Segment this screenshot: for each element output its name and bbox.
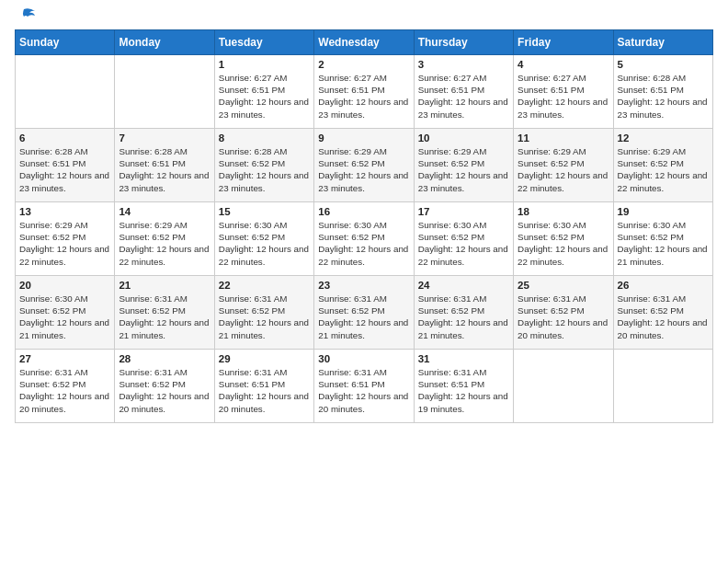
- day-number: 26: [618, 280, 709, 291]
- day-number: 25: [518, 280, 609, 291]
- day-info: Sunrise: 6:30 AMSunset: 6:52 PMDaylight:…: [19, 293, 110, 341]
- calendar-cell: 5Sunrise: 6:28 AMSunset: 6:51 PMDaylight…: [613, 55, 712, 129]
- day-number: 15: [219, 206, 310, 217]
- calendar-cell: 11Sunrise: 6:29 AMSunset: 6:52 PMDayligh…: [514, 129, 613, 202]
- calendar-cell: 23Sunrise: 6:31 AMSunset: 6:52 PMDayligh…: [314, 276, 414, 350]
- calendar-cell: 3Sunrise: 6:27 AMSunset: 6:51 PMDaylight…: [414, 55, 513, 129]
- calendar-cell: 2Sunrise: 6:27 AMSunset: 6:51 PMDaylight…: [314, 55, 414, 129]
- calendar-cell: [16, 55, 115, 129]
- day-info: Sunrise: 6:31 AMSunset: 6:52 PMDaylight:…: [119, 366, 210, 415]
- calendar-week-row: 13Sunrise: 6:29 AMSunset: 6:52 PMDayligh…: [16, 202, 713, 276]
- day-info: Sunrise: 6:31 AMSunset: 6:52 PMDaylight:…: [19, 366, 110, 415]
- day-number: 16: [318, 206, 409, 217]
- calendar-cell: 22Sunrise: 6:31 AMSunset: 6:52 PMDayligh…: [214, 276, 313, 350]
- day-number: 20: [19, 280, 110, 291]
- day-number: 13: [19, 206, 110, 217]
- day-number: 14: [119, 206, 210, 217]
- day-number: 28: [119, 353, 210, 364]
- day-info: Sunrise: 6:30 AMSunset: 6:52 PMDaylight:…: [418, 219, 509, 268]
- day-info: Sunrise: 6:27 AMSunset: 6:51 PMDaylight:…: [518, 72, 609, 121]
- day-number: 24: [418, 280, 509, 291]
- calendar-week-row: 20Sunrise: 6:30 AMSunset: 6:52 PMDayligh…: [16, 276, 713, 350]
- calendar-cell: 29Sunrise: 6:31 AMSunset: 6:51 PMDayligh…: [214, 350, 313, 423]
- day-info: Sunrise: 6:30 AMSunset: 6:52 PMDaylight:…: [518, 219, 609, 268]
- page: SundayMondayTuesdayWednesdayThursdayFrid…: [0, 0, 728, 563]
- logo: [15, 9, 37, 22]
- day-info: Sunrise: 6:28 AMSunset: 6:51 PMDaylight:…: [119, 145, 210, 194]
- day-number: 4: [518, 59, 609, 70]
- day-info: Sunrise: 6:30 AMSunset: 6:52 PMDaylight:…: [618, 219, 709, 268]
- calendar-table: SundayMondayTuesdayWednesdayThursdayFrid…: [15, 29, 713, 423]
- calendar-cell: 24Sunrise: 6:31 AMSunset: 6:52 PMDayligh…: [414, 276, 513, 350]
- day-number: 18: [518, 206, 609, 217]
- weekday-header-wednesday: Wednesday: [314, 30, 414, 55]
- calendar-cell: 13Sunrise: 6:29 AMSunset: 6:52 PMDayligh…: [16, 202, 115, 276]
- weekday-header-sunday: Sunday: [16, 30, 115, 55]
- day-info: Sunrise: 6:31 AMSunset: 6:51 PMDaylight:…: [418, 366, 509, 415]
- calendar-cell: 14Sunrise: 6:29 AMSunset: 6:52 PMDayligh…: [115, 202, 214, 276]
- day-info: Sunrise: 6:29 AMSunset: 6:52 PMDaylight:…: [119, 219, 210, 268]
- day-info: Sunrise: 6:29 AMSunset: 6:52 PMDaylight:…: [318, 145, 409, 194]
- day-number: 23: [318, 280, 409, 291]
- day-number: 10: [418, 132, 509, 144]
- day-info: Sunrise: 6:29 AMSunset: 6:52 PMDaylight:…: [418, 145, 509, 194]
- day-info: Sunrise: 6:28 AMSunset: 6:51 PMDaylight:…: [618, 72, 709, 121]
- day-number: 22: [219, 280, 310, 291]
- calendar-cell: 6Sunrise: 6:28 AMSunset: 6:51 PMDaylight…: [16, 129, 115, 202]
- calendar-week-row: 1Sunrise: 6:27 AMSunset: 6:51 PMDaylight…: [16, 55, 713, 129]
- day-info: Sunrise: 6:31 AMSunset: 6:52 PMDaylight:…: [219, 293, 310, 341]
- calendar-cell: 28Sunrise: 6:31 AMSunset: 6:52 PMDayligh…: [115, 350, 214, 423]
- day-number: 17: [418, 206, 509, 217]
- day-info: Sunrise: 6:31 AMSunset: 6:52 PMDaylight:…: [418, 293, 509, 341]
- day-info: Sunrise: 6:28 AMSunset: 6:52 PMDaylight:…: [219, 145, 310, 194]
- day-number: 6: [19, 132, 110, 144]
- day-number: 30: [318, 353, 409, 364]
- calendar-cell: 7Sunrise: 6:28 AMSunset: 6:51 PMDaylight…: [115, 129, 214, 202]
- calendar-week-row: 27Sunrise: 6:31 AMSunset: 6:52 PMDayligh…: [16, 350, 713, 423]
- day-number: 1: [219, 59, 310, 70]
- day-info: Sunrise: 6:30 AMSunset: 6:52 PMDaylight:…: [219, 219, 310, 268]
- weekday-header-row: SundayMondayTuesdayWednesdayThursdayFrid…: [16, 30, 713, 55]
- day-info: Sunrise: 6:27 AMSunset: 6:51 PMDaylight:…: [318, 72, 409, 121]
- calendar-cell: 25Sunrise: 6:31 AMSunset: 6:52 PMDayligh…: [514, 276, 613, 350]
- day-number: 12: [618, 132, 709, 144]
- day-info: Sunrise: 6:31 AMSunset: 6:52 PMDaylight:…: [618, 293, 709, 341]
- day-info: Sunrise: 6:27 AMSunset: 6:51 PMDaylight:…: [418, 72, 509, 121]
- weekday-header-monday: Monday: [115, 30, 214, 55]
- calendar-cell: 21Sunrise: 6:31 AMSunset: 6:52 PMDayligh…: [115, 276, 214, 350]
- day-number: 31: [418, 353, 509, 364]
- calendar-cell: 19Sunrise: 6:30 AMSunset: 6:52 PMDayligh…: [613, 202, 712, 276]
- calendar-cell: [514, 350, 613, 423]
- day-number: 9: [318, 132, 409, 144]
- weekday-header-thursday: Thursday: [414, 30, 513, 55]
- calendar-cell: 31Sunrise: 6:31 AMSunset: 6:51 PMDayligh…: [414, 350, 513, 423]
- calendar-cell: 10Sunrise: 6:29 AMSunset: 6:52 PMDayligh…: [414, 129, 513, 202]
- day-number: 8: [219, 132, 310, 144]
- weekday-header-saturday: Saturday: [613, 30, 712, 55]
- calendar-cell: 12Sunrise: 6:29 AMSunset: 6:52 PMDayligh…: [613, 129, 712, 202]
- day-info: Sunrise: 6:29 AMSunset: 6:52 PMDaylight:…: [618, 145, 709, 194]
- calendar-cell: 30Sunrise: 6:31 AMSunset: 6:51 PMDayligh…: [314, 350, 414, 423]
- calendar-cell: 18Sunrise: 6:30 AMSunset: 6:52 PMDayligh…: [514, 202, 613, 276]
- day-number: 2: [318, 59, 409, 70]
- day-number: 19: [618, 206, 709, 217]
- calendar-cell: 9Sunrise: 6:29 AMSunset: 6:52 PMDaylight…: [314, 129, 414, 202]
- logo-bird-icon: [17, 7, 37, 24]
- calendar-cell: 20Sunrise: 6:30 AMSunset: 6:52 PMDayligh…: [16, 276, 115, 350]
- calendar-cell: 4Sunrise: 6:27 AMSunset: 6:51 PMDaylight…: [514, 55, 613, 129]
- calendar-cell: [613, 350, 712, 423]
- day-number: 29: [219, 353, 310, 364]
- day-info: Sunrise: 6:31 AMSunset: 6:52 PMDaylight:…: [518, 293, 609, 341]
- day-number: 5: [618, 59, 709, 70]
- day-info: Sunrise: 6:30 AMSunset: 6:52 PMDaylight:…: [318, 219, 409, 268]
- calendar-cell: 16Sunrise: 6:30 AMSunset: 6:52 PMDayligh…: [314, 202, 414, 276]
- calendar-cell: 15Sunrise: 6:30 AMSunset: 6:52 PMDayligh…: [214, 202, 313, 276]
- day-number: 3: [418, 59, 509, 70]
- day-info: Sunrise: 6:31 AMSunset: 6:51 PMDaylight:…: [318, 366, 409, 415]
- day-number: 27: [19, 353, 110, 364]
- calendar-cell: 26Sunrise: 6:31 AMSunset: 6:52 PMDayligh…: [613, 276, 712, 350]
- day-info: Sunrise: 6:31 AMSunset: 6:52 PMDaylight:…: [119, 293, 210, 341]
- calendar-cell: 1Sunrise: 6:27 AMSunset: 6:51 PMDaylight…: [214, 55, 313, 129]
- day-number: 21: [119, 280, 210, 291]
- calendar-cell: 17Sunrise: 6:30 AMSunset: 6:52 PMDayligh…: [414, 202, 513, 276]
